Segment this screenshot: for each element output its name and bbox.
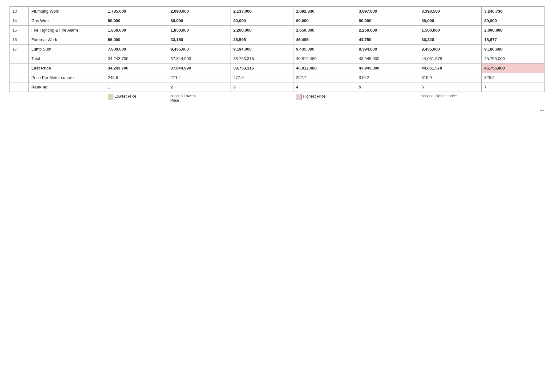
row-value: 80,000 (482, 16, 545, 26)
ppm-value: 277.9 (231, 73, 293, 82)
ppm-value: 328.2 (482, 73, 545, 82)
total-value: 34,243,700 (105, 54, 168, 63)
ranking-value: 7 (482, 82, 545, 92)
row-value: 3,097,000 (356, 7, 419, 16)
row-value: 80,000 (356, 16, 419, 26)
row-value: 1,850,000 (105, 26, 168, 35)
row-value: 30,320 (419, 35, 482, 45)
total-value: 40,812,480 (293, 54, 356, 63)
ppm-value: 271.4 (168, 73, 231, 82)
row-value: 1,500,000 (419, 26, 482, 35)
row-value: 46,495 (293, 35, 356, 45)
ppm-label: Price Per Meter square (29, 73, 105, 82)
row-value: 80,000 (231, 16, 293, 26)
ranking-row: Ranking1234567 (10, 82, 545, 92)
row-value: 33,150 (168, 35, 231, 45)
ranking-value: 3 (231, 82, 293, 92)
legend-highest: Highest Price (293, 92, 356, 105)
lastprice-value: 37,844,990 (168, 63, 231, 73)
page-wrapper: 13Plumping Work1,785,0002,090,0002,133,0… (9, 6, 545, 105)
legend-lowest-label: Lowest Price (115, 94, 136, 99)
table-row: 15Fire Fighting & Fire Alarm1,850,0001,8… (10, 26, 545, 35)
ppm-value: 245.6 (105, 73, 168, 82)
row-number: 15 (10, 26, 29, 35)
total-label: Total (29, 54, 105, 63)
legend-second-highest-label: second Highest price (421, 94, 457, 98)
row-value: 3,240,730 (482, 7, 545, 16)
row-value: 3,390,500 (419, 7, 482, 16)
total-value: 43,945,000 (356, 54, 419, 63)
row-value: 2,000,000 (482, 26, 545, 35)
row-value: 1,650,000 (293, 26, 356, 35)
lastprice-value: 45,755,000 (482, 63, 545, 73)
ppm-value: 315.9 (419, 73, 482, 82)
row-value: 18,677 (482, 35, 545, 45)
row-label: Fire Fighting & Fire Alarm (29, 26, 105, 35)
legend-row: Lowest Pricesecond LowestPriceHighest Pr… (10, 92, 545, 105)
row-value: 80,000 (293, 16, 356, 26)
ppm-value: 315.2 (356, 73, 419, 82)
lastprice-value: 44,051,578 (419, 63, 482, 73)
ppm-value: 292.7 (293, 73, 356, 82)
row-number: 14 (10, 16, 29, 26)
row-value: 35,595 (231, 35, 293, 45)
legend-highest-label: Highest Price (303, 94, 325, 99)
total-value: 37,844,990 (168, 54, 231, 63)
row-value: 7,800,000 (105, 45, 168, 54)
total-value: 44,051,578 (419, 54, 482, 63)
table-row: 16External Work86,00033,15035,59546,4954… (10, 35, 545, 45)
row-value: 1,850,000 (168, 26, 231, 35)
row-value: 2,200,000 (231, 26, 293, 35)
table-row: 17Lump Sum7,800,0009,435,0009,194,0009,4… (10, 45, 545, 54)
ranking-value: 4 (293, 82, 356, 92)
ppm-row: Price Per Meter square245.6271.4277.9292… (10, 73, 545, 82)
lastprice-value: 38,753,316 (231, 63, 293, 73)
total-value: 38,753,316 (231, 54, 293, 63)
row-value: 2,090,000 (168, 7, 231, 16)
row-label: Lump Sum (29, 45, 105, 54)
row-number: 13 (10, 7, 29, 16)
row-value: 80,000 (105, 16, 168, 26)
row-value: 2,250,000 (356, 26, 419, 35)
row-label: External Work (29, 35, 105, 45)
total-value: 45,755,000 (482, 54, 545, 63)
row-value: 9,180,600 (482, 45, 545, 54)
row-number: 17 (10, 45, 29, 54)
ranking-value: 5 (356, 82, 419, 92)
page-number: 22 (540, 109, 545, 111)
row-value: 86,000 (105, 35, 168, 45)
legend-lowest: Lowest Price (105, 92, 168, 105)
pricing-table: 13Plumping Work1,785,0002,090,0002,133,0… (9, 6, 545, 105)
lastprice-label: Last Price (29, 63, 105, 73)
legend-second-lowest-label: second LowestPrice (170, 94, 196, 103)
row-value: 1,092,830 (293, 7, 356, 16)
legend-second-highest: second Highest price (419, 92, 544, 105)
row-value: 9,435,000 (168, 45, 231, 54)
ranking-value: 2 (168, 82, 231, 92)
row-value: 80,000 (168, 16, 231, 26)
row-value: 9,435,000 (293, 45, 356, 54)
lastprice-row: Last Price34,243,70037,844,99038,753,316… (10, 63, 545, 73)
legend-second-lowest: second LowestPrice (168, 92, 231, 105)
row-number: 16 (10, 35, 29, 45)
table-row: 14Gas Wrok80,00080,00080,00080,00080,000… (10, 16, 545, 26)
row-value: 2,133,000 (231, 7, 293, 16)
row-value: 9,435,000 (419, 45, 482, 54)
row-label: Gas Wrok (29, 16, 105, 26)
total-row: Total34,243,70037,844,99038,753,31640,81… (10, 54, 545, 63)
row-value: 80,000 (419, 16, 482, 26)
ranking-value: 6 (419, 82, 482, 92)
lastprice-value: 40,812,480 (293, 63, 356, 73)
table-row: 13Plumping Work1,785,0002,090,0002,133,0… (10, 7, 545, 16)
lastprice-value: 34,243,700 (105, 63, 168, 73)
lastprice-value: 43,945,000 (356, 63, 419, 73)
row-value: 44,750 (356, 35, 419, 45)
row-value: 9,194,000 (231, 45, 293, 54)
ranking-label: Ranking (29, 82, 105, 92)
row-value: 1,785,000 (105, 7, 168, 16)
ranking-value: 1 (105, 82, 168, 92)
row-label: Plumping Work (29, 7, 105, 16)
row-value: 9,394,000 (356, 45, 419, 54)
